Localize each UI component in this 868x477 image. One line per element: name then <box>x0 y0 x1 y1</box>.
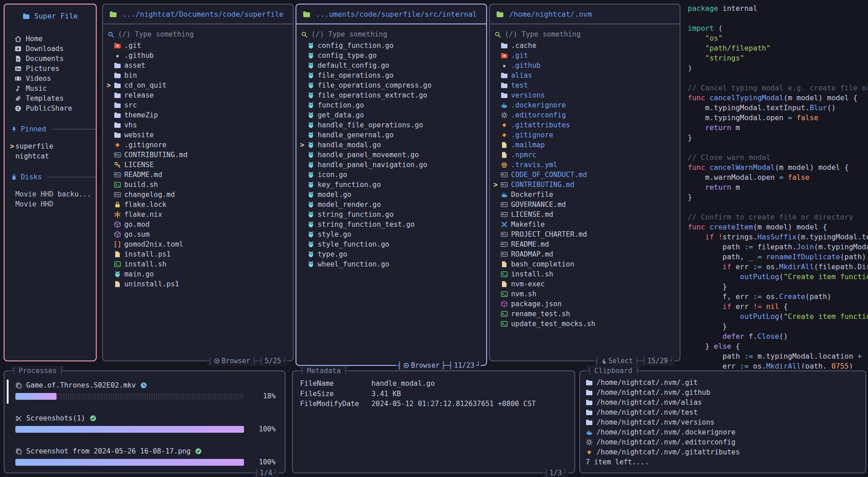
pinned-item[interactable]: nightcat <box>5 151 96 161</box>
file-row[interactable]: type.go <box>300 249 483 259</box>
file-row[interactable]: function.go <box>300 100 483 110</box>
file-row[interactable]: build.sh <box>107 180 289 190</box>
file-row[interactable]: .npmrc <box>493 150 676 160</box>
file-row[interactable]: file_operations_extract.go <box>300 90 483 100</box>
file-row[interactable]: LICENSE.md <box>493 210 676 220</box>
file-row[interactable]: .github <box>493 61 676 70</box>
file-row[interactable]: config_function.go <box>300 41 483 51</box>
file-row[interactable]: changelog.md <box>107 190 289 200</box>
file-row[interactable]: Dockerfile <box>493 190 676 200</box>
file-row[interactable]: flake.lock <box>107 200 289 210</box>
panel-path-bar: ...uments/code/superfile/src/internal <box>296 5 486 24</box>
file-row[interactable]: install.sh <box>107 259 289 269</box>
file-row[interactable]: handle_file_operations.go <box>300 120 483 130</box>
file-row[interactable]: style.go <box>300 229 483 239</box>
file-row[interactable]: asset <box>107 61 289 70</box>
file-row[interactable]: >CONTRIBUTING.md <box>493 180 676 190</box>
file-row[interactable]: string_function_test.go <box>300 220 483 229</box>
file-row[interactable]: nvm-exec <box>493 279 676 289</box>
file-row[interactable]: Makefile <box>493 220 676 229</box>
sidebar-item-templates[interactable]: Templates <box>14 94 96 103</box>
file-row[interactable]: .mailmap <box>493 140 676 150</box>
disk-item[interactable]: Movie HHD <box>5 199 96 209</box>
file-row[interactable]: style_function.go <box>300 239 483 249</box>
file-row[interactable]: >cd_on_quit <box>107 80 289 90</box>
sidebar-item-downloads[interactable]: Downloads <box>14 44 96 54</box>
file-row[interactable]: rename_test.sh <box>493 309 676 319</box>
file-row[interactable]: icon.go <box>300 170 483 180</box>
file-row[interactable]: nvm.sh <box>493 289 676 299</box>
scrollbar[interactable] <box>7 379 9 404</box>
sidebar-item-home[interactable]: Home <box>14 34 96 44</box>
file-row[interactable]: README.md <box>107 170 289 180</box>
sidebar-item-videos[interactable]: Videos <box>14 74 96 84</box>
search-input[interactable]: (/) Type something <box>300 29 483 40</box>
file-row[interactable]: model_render.go <box>300 200 483 210</box>
file-row[interactable]: release <box>107 90 289 100</box>
file-row[interactable]: .github <box>107 51 289 61</box>
file-row[interactable]: get_data.go <box>300 110 483 120</box>
file-row[interactable]: src <box>107 100 289 110</box>
pinned-item[interactable]: >superfile <box>5 141 96 151</box>
file-row[interactable]: go.sum <box>107 229 289 239</box>
file-row[interactable]: flake.nix <box>107 210 289 220</box>
file-row[interactable]: handle_panel_navigation.go <box>300 160 483 170</box>
file-row[interactable]: bash_completion <box>493 259 676 269</box>
sh-icon <box>114 181 121 188</box>
file-row[interactable]: handle_panel_movement.go <box>300 150 483 160</box>
file-row[interactable]: gomod2nix.toml <box>107 239 289 249</box>
nix-icon <box>114 211 121 218</box>
sidebar-item-music[interactable]: Music <box>14 84 96 94</box>
file-row[interactable]: .git <box>107 41 289 51</box>
file-row[interactable]: bin <box>107 70 289 80</box>
file-row[interactable]: model.go <box>300 190 483 200</box>
file-row[interactable]: uninstall.ps1 <box>107 279 289 289</box>
file-row[interactable]: LICENSE <box>107 160 289 170</box>
file-row[interactable]: .editorconfig <box>493 110 676 120</box>
file-row[interactable]: package.json <box>493 299 676 309</box>
gitfile-icon <box>501 131 508 139</box>
file-row[interactable]: file_operations.go <box>300 70 483 80</box>
file-row[interactable]: CODE_OF_CONDUCT.md <box>493 170 676 180</box>
file-row[interactable]: .travis.yml <box>493 160 676 170</box>
search-input[interactable]: (/) Type something <box>107 29 289 40</box>
file-row[interactable]: PROJECT_CHARTER.md <box>493 229 676 239</box>
file-row[interactable]: README.md <box>493 239 676 249</box>
clipboard-item: /home/nightcat/.nvm/.dockerignore <box>586 427 859 437</box>
file-row[interactable]: GOVERNANCE.md <box>493 200 676 210</box>
file-row[interactable]: .gitattributes <box>493 120 676 130</box>
file-name: handle_modal.go <box>318 141 381 149</box>
file-row[interactable]: update_test_mocks.sh <box>493 319 676 329</box>
file-row[interactable]: website <box>107 130 289 140</box>
file-row[interactable]: main.go <box>107 269 289 279</box>
file-row[interactable]: .cache <box>493 41 676 51</box>
sidebar-item-publicshare[interactable]: PublicShare <box>14 103 96 113</box>
file-row[interactable]: handle_genernal.go <box>300 130 483 140</box>
file-row[interactable]: install.sh <box>493 269 676 279</box>
file-row[interactable]: go.mod <box>107 220 289 229</box>
file-row[interactable]: wheel_function.go <box>300 259 483 269</box>
file-row[interactable]: .gitignore <box>493 130 676 140</box>
file-row[interactable]: key_function.go <box>300 180 483 190</box>
file-row[interactable]: ROADMAP.md <box>493 249 676 259</box>
file-row[interactable]: file_operations_compress.go <box>300 80 483 90</box>
file-row[interactable]: .git <box>493 51 676 61</box>
file-row[interactable]: versions <box>493 90 676 100</box>
file-row[interactable]: .dockerignore <box>493 100 676 110</box>
file-row[interactable]: CONTRIBUTING.md <box>107 150 289 160</box>
pkgjson-icon <box>501 300 508 308</box>
file-row[interactable]: themeZip <box>107 110 289 120</box>
file-row[interactable]: default_config.go <box>300 61 483 70</box>
file-row[interactable]: config_type.go <box>300 51 483 61</box>
file-row[interactable]: .gitignore <box>107 140 289 150</box>
disk-item[interactable]: Movie HHD backu... <box>5 189 96 199</box>
file-row[interactable]: alias <box>493 70 676 80</box>
file-row[interactable]: install.ps1 <box>107 249 289 259</box>
sidebar-item-pictures[interactable]: Pictures <box>14 64 96 74</box>
sidebar-item-documents[interactable]: Documents <box>14 54 96 64</box>
file-row[interactable]: >handle_modal.go <box>300 140 483 150</box>
file-row[interactable]: test <box>493 80 676 90</box>
file-row[interactable]: vhs <box>107 120 289 130</box>
file-row[interactable]: string_function.go <box>300 210 483 220</box>
search-input[interactable]: (/) Type something <box>493 29 676 40</box>
